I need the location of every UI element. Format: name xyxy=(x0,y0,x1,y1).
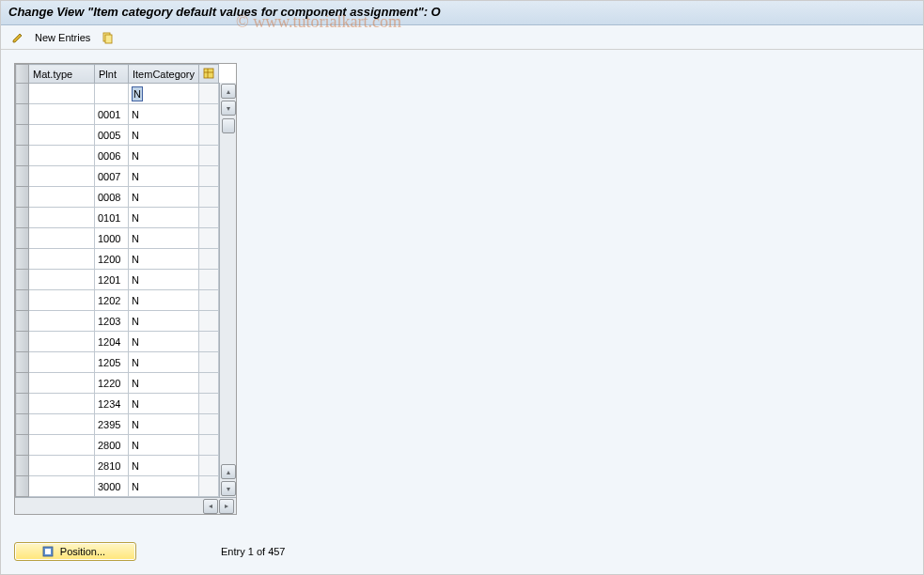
cell-plnt[interactable]: 1204 xyxy=(95,332,129,352)
cell-plnt[interactable]: 0005 xyxy=(95,125,129,146)
scroll-up-button[interactable]: ▴ xyxy=(221,84,236,99)
row-selector[interactable] xyxy=(16,332,29,352)
cell-plnt[interactable]: 0006 xyxy=(95,146,129,166)
cell-item-category[interactable]: N xyxy=(129,187,199,208)
row-selector[interactable] xyxy=(16,414,29,435)
cell-plnt[interactable]: 2395 xyxy=(95,414,129,435)
cell-plnt[interactable]: 2810 xyxy=(95,456,129,476)
row-selector[interactable] xyxy=(16,166,29,187)
row-end-spacer xyxy=(199,270,219,290)
scroll-left-button[interactable]: ◂ xyxy=(203,499,218,514)
cell-mat-type[interactable] xyxy=(29,332,95,352)
cell-mat-type[interactable] xyxy=(29,228,95,249)
row-selector[interactable] xyxy=(16,290,29,311)
cell-mat-type[interactable] xyxy=(29,394,95,414)
row-selector[interactable] xyxy=(16,311,29,332)
row-selector[interactable] xyxy=(16,146,29,166)
scroll-thumb[interactable] xyxy=(222,118,235,133)
row-selector[interactable] xyxy=(16,476,29,497)
cell-mat-type[interactable] xyxy=(29,146,95,166)
row-selector[interactable] xyxy=(16,435,29,456)
change-icon[interactable] xyxy=(10,30,25,45)
cell-plnt[interactable]: 1200 xyxy=(95,249,129,270)
cell-item-category[interactable]: N xyxy=(129,125,199,146)
cell-plnt[interactable]: 0001 xyxy=(95,104,129,125)
cell-mat-type[interactable] xyxy=(29,435,95,456)
table-settings-button[interactable] xyxy=(199,65,219,84)
row-selector[interactable] xyxy=(16,125,29,146)
cell-plnt[interactable]: 1202 xyxy=(95,290,129,311)
cell-plnt[interactable]: 3000 xyxy=(95,476,129,497)
cell-mat-type[interactable] xyxy=(29,125,95,146)
cell-plnt[interactable]: 1220 xyxy=(95,373,129,394)
select-all-corner[interactable] xyxy=(16,65,29,84)
row-selector[interactable] xyxy=(16,84,29,104)
cell-item-category[interactable]: N xyxy=(129,332,199,352)
cell-mat-type[interactable] xyxy=(29,414,95,435)
cell-mat-type[interactable] xyxy=(29,456,95,476)
cell-item-category[interactable]: N xyxy=(129,270,199,290)
cell-plnt[interactable]: 1205 xyxy=(95,352,129,373)
scroll-right-button[interactable]: ▸ xyxy=(219,499,234,514)
scroll-down-button[interactable]: ▾ xyxy=(221,481,236,496)
cell-plnt[interactable]: 1234 xyxy=(95,394,129,414)
cell-item-category[interactable]: N xyxy=(129,104,199,125)
row-selector[interactable] xyxy=(16,270,29,290)
cell-item-category[interactable]: N xyxy=(129,249,199,270)
cell-item-category[interactable]: N xyxy=(129,394,199,414)
cell-plnt[interactable]: 1201 xyxy=(95,270,129,290)
cell-item-category[interactable]: N xyxy=(129,290,199,311)
col-header-item-category[interactable]: ItemCategory xyxy=(129,65,199,84)
cell-item-category[interactable]: N xyxy=(129,352,199,373)
cell-mat-type[interactable] xyxy=(29,476,95,497)
cell-plnt[interactable]: 0008 xyxy=(95,187,129,208)
row-selector[interactable] xyxy=(16,249,29,270)
cell-mat-type[interactable] xyxy=(29,373,95,394)
cell-mat-type[interactable] xyxy=(29,290,95,311)
cell-plnt[interactable]: 1203 xyxy=(95,311,129,332)
scroll-up-page-button[interactable]: ▴ xyxy=(221,464,236,479)
cell-item-category[interactable]: N xyxy=(129,414,199,435)
cell-mat-type[interactable] xyxy=(29,187,95,208)
cell-item-category[interactable]: N xyxy=(129,228,199,249)
row-selector[interactable] xyxy=(16,104,29,125)
cell-plnt[interactable]: 0007 xyxy=(95,166,129,187)
scroll-track[interactable] xyxy=(220,117,236,463)
cell-item-category[interactable]: N xyxy=(129,166,199,187)
row-selector[interactable] xyxy=(16,187,29,208)
cell-item-category[interactable]: N xyxy=(129,476,199,497)
cell-plnt[interactable]: 2800 xyxy=(95,435,129,456)
copy-icon[interactable] xyxy=(100,30,115,45)
cell-item-category[interactable]: N xyxy=(129,208,199,228)
cell-mat-type[interactable] xyxy=(29,270,95,290)
row-selector[interactable] xyxy=(16,208,29,228)
cell-item-category[interactable]: N xyxy=(129,146,199,166)
new-entries-button[interactable]: New Entries xyxy=(31,30,94,45)
row-selector[interactable] xyxy=(16,373,29,394)
position-button[interactable]: Position... xyxy=(14,542,136,561)
cell-mat-type[interactable] xyxy=(29,104,95,125)
cell-plnt[interactable]: 0101 xyxy=(95,208,129,228)
row-selector[interactable] xyxy=(16,456,29,476)
cell-plnt[interactable] xyxy=(95,84,129,104)
row-selector[interactable] xyxy=(16,394,29,414)
cell-mat-type[interactable] xyxy=(29,208,95,228)
cell-item-category[interactable]: N xyxy=(129,84,199,104)
cell-plnt[interactable]: 1000 xyxy=(95,228,129,249)
cell-mat-type[interactable] xyxy=(29,249,95,270)
cell-mat-type[interactable] xyxy=(29,352,95,373)
cell-mat-type[interactable] xyxy=(29,84,95,104)
scroll-down-step-button[interactable]: ▾ xyxy=(221,101,236,116)
cell-mat-type[interactable] xyxy=(29,311,95,332)
col-header-mat-type[interactable]: Mat.type xyxy=(29,65,95,84)
col-header-plnt[interactable]: Plnt xyxy=(95,65,129,84)
cell-item-category[interactable]: N xyxy=(129,456,199,476)
table-row: 1201N xyxy=(16,270,219,290)
cell-item-category[interactable]: N xyxy=(129,311,199,332)
row-selector[interactable] xyxy=(16,228,29,249)
table-row: N xyxy=(16,84,219,104)
cell-item-category[interactable]: N xyxy=(129,435,199,456)
cell-item-category[interactable]: N xyxy=(129,373,199,394)
row-selector[interactable] xyxy=(16,352,29,373)
cell-mat-type[interactable] xyxy=(29,166,95,187)
